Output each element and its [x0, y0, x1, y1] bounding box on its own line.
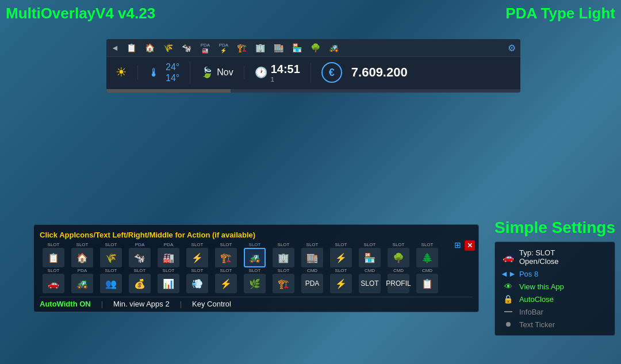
icon-img-r2-2[interactable]: 🚜 [71, 274, 93, 293]
icon-img-r2-5[interactable]: 📊 [158, 274, 179, 293]
icon-img-r2-12[interactable]: SLOT [359, 274, 381, 293]
icon-img-r2-6[interactable]: 💨 [186, 274, 208, 293]
icon-img-r1-4[interactable]: 🐄 [129, 248, 151, 267]
icon-cell-r1-13[interactable]: SLOT 🌳 [385, 243, 412, 267]
settings-pos-icon: ◄► [502, 269, 515, 278]
icon-cell-r2-3[interactable]: SLOT 👥 [97, 269, 125, 293]
icon-cell-r2-1[interactable]: SLOT 🚗 [40, 269, 67, 293]
icon-img-r2-10[interactable]: PDA [301, 274, 323, 293]
pda-time-block: 14:51 1 [271, 63, 300, 83]
click-instruction: Click AppIcons/Text Left/Right/Middle fo… [40, 231, 473, 239]
pda-tb-icon-7[interactable]: 🏗️ [234, 41, 250, 54]
icon-img-r1-5[interactable]: 🏭 [158, 248, 179, 267]
pda-tb-icon-1[interactable]: 📋 [124, 41, 140, 54]
icon-img-r2-4[interactable]: 💰 [129, 274, 151, 293]
settings-panel: Simple Settings 🚗 Typ: SLOT Open/Close ◄… [494, 219, 615, 336]
icon-cell-r1-12[interactable]: SLOT 🏪 [356, 243, 384, 267]
pda-toolbar: ◄ 📋 🏠 🌾 🐄 PDA🏭 PDA⚡ 🏗️ 🏢 🏬 🏪 🌳 🚜 ⚙ [106, 39, 520, 57]
bottom-bar: AutoWidth ON | Min. view Apps 2 | Key Co… [40, 297, 473, 308]
pda-tb-label-pda2: PDA⚡ [216, 41, 232, 54]
pda-progress-fill [106, 89, 231, 93]
settings-dash-icon [502, 307, 515, 316]
icon-img-r2-7[interactable]: ⚡ [215, 274, 237, 293]
pda-month-section: 🍃 Nov [190, 66, 244, 79]
pda-temp-high: 24° [166, 62, 179, 72]
settings-infobar-label: InfoBar [519, 308, 543, 316]
icon-img-r2-8[interactable]: 🌿 [244, 274, 266, 293]
pda-tb-icon-8[interactable]: 🏢 [252, 41, 269, 54]
icon-cell-r2-9[interactable]: SLOT 🏗️ [270, 269, 297, 293]
icon-cell-r1-8[interactable]: SLOT 🚜 [241, 243, 269, 267]
icon-cell-r1-14[interactable]: SLOT 🌲 [413, 243, 441, 267]
icon-cell-r2-2[interactable]: PDA 🚜 [68, 269, 96, 293]
icon-cell-r2-6[interactable]: SLOT 💨 [183, 269, 211, 293]
pda-time-section: 🕐 14:51 1 [244, 63, 311, 83]
icon-img-r1-10[interactable]: 🏬 [301, 248, 323, 267]
settings-row-infobar[interactable]: InfoBar [502, 305, 608, 318]
icon-img-r2-1[interactable]: 🚗 [43, 274, 64, 293]
icon-img-r1-11[interactable]: ⚡ [330, 248, 352, 267]
settings-ticker-label: Text Ticker [519, 320, 555, 329]
icon-img-r1-3[interactable]: 🌾 [100, 248, 122, 267]
pda-tb-icon-3[interactable]: 🌾 [160, 41, 177, 54]
grid-arrange-icon[interactable]: ⊞ [454, 240, 461, 250]
pda-time-value: 14:51 [271, 63, 300, 76]
pda-arrow[interactable]: ◄ [111, 43, 119, 52]
icon-img-r1-6[interactable]: ⚡ [186, 248, 208, 267]
icon-img-r1-8[interactable]: 🚜 [244, 248, 266, 267]
pda-tb-icon-9[interactable]: 🏬 [271, 41, 287, 54]
icon-cell-r2-7[interactable]: SLOT ⚡ [212, 269, 240, 293]
icon-img-r1-13[interactable]: 🌳 [388, 248, 409, 267]
icon-img-r2-13[interactable]: PROFIL [388, 274, 409, 293]
close-button[interactable]: ✕ [465, 240, 475, 251]
pda-tb-icon-11[interactable]: 🌳 [308, 41, 324, 54]
icon-cell-r1-2[interactable]: SLOT 🏠 [68, 243, 96, 267]
icon-cell-r2-4[interactable]: SLOT 💰 [126, 269, 154, 293]
pda-sun-icon: ☀ [116, 65, 127, 80]
pda-temp-section: 🌡 24° 14° [138, 62, 190, 83]
icon-img-r1-14[interactable]: 🌲 [416, 248, 438, 267]
icon-cell-r1-1[interactable]: SLOT 📋 [40, 243, 67, 267]
icon-img-r2-11[interactable]: ⚡ [330, 274, 352, 293]
icon-cell-r2-10[interactable]: CMD PDA [298, 269, 326, 293]
icon-cell-r1-7[interactable]: SLOT 🏗️ [212, 243, 240, 267]
icon-cell-r1-4[interactable]: PDA 🐄 [126, 243, 154, 267]
icon-img-r1-12[interactable]: 🏪 [359, 248, 381, 267]
settings-row-view[interactable]: 👁 View this App [502, 280, 608, 293]
icon-img-r1-7[interactable]: 🏗️ [215, 248, 237, 267]
settings-dot-icon [502, 320, 515, 329]
settings-row-ticker[interactable]: Text Ticker [502, 318, 608, 331]
pda-gear-icon[interactable]: ⚙ [508, 43, 516, 53]
settings-row-autoclose[interactable]: 🔒 AutoClose [502, 293, 608, 305]
pda-money-value: 7.609.200 [351, 65, 408, 80]
icon-cell-r1-11[interactable]: SLOT ⚡ [327, 243, 355, 267]
icon-cell-r2-14[interactable]: CMD 📋 [413, 269, 441, 293]
settings-view-label: View this App [519, 282, 564, 291]
settings-pos-label: Pos 8 [519, 270, 538, 278]
icon-img-r1-9[interactable]: 🏢 [273, 248, 294, 267]
icons-row-2: SLOT 🚗 PDA 🚜 SLOT 👥 SLOT 💰 SLOT 📊 SLOT 💨… [40, 269, 473, 293]
pda-tb-icon-4[interactable]: 🐄 [179, 41, 195, 54]
icon-cell-r2-11[interactable]: SLOT ⚡ [327, 269, 355, 293]
icon-cell-r1-10[interactable]: SLOT 🏬 [298, 243, 326, 267]
pda-tb-icon-10[interactable]: 🏪 [289, 41, 305, 54]
icon-img-r1-2[interactable]: 🏠 [71, 248, 93, 267]
icon-cell-r1-6[interactable]: SLOT ⚡ [183, 243, 211, 267]
icon-img-r2-9[interactable]: 🏗️ [273, 274, 294, 293]
settings-row-pos[interactable]: ◄► Pos 8 [502, 267, 608, 280]
icon-cell-r2-8[interactable]: SLOT 🌿 [241, 269, 269, 293]
icon-cell-r2-13[interactable]: CMD PROFIL [385, 269, 412, 293]
pda-tb-icon-2[interactable]: 🏠 [142, 41, 158, 54]
icon-cell-r1-5[interactable]: PDA 🏭 [155, 243, 182, 267]
icon-cell-r1-3[interactable]: SLOT 🌾 [97, 243, 125, 267]
icon-cell-r2-12[interactable]: CMD SLOT [356, 269, 384, 293]
icon-cell-r2-5[interactable]: SLOT 📊 [155, 269, 182, 293]
icon-img-r1-1[interactable]: 📋 [43, 248, 64, 267]
icon-img-r2-14[interactable]: 📋 [416, 274, 438, 293]
icon-img-r2-3[interactable]: 👥 [100, 274, 122, 293]
icon-cell-r1-9[interactable]: SLOT 🏢 [270, 243, 297, 267]
pda-tb-icon-12[interactable]: 🚜 [326, 41, 342, 54]
pda-weather-section: ☀ [116, 65, 138, 80]
settings-eye-icon: 👁 [502, 282, 515, 291]
minview-label: Min. view Apps 2 [113, 300, 170, 308]
